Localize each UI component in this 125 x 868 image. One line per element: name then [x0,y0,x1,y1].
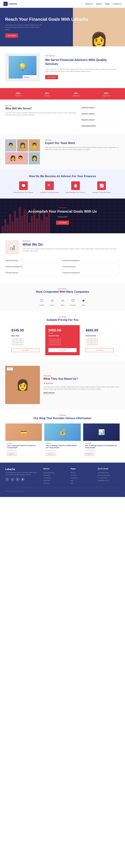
bar-9 [21,216,23,233]
blog-card-1: 💰 Finance How To Manage Finances & Build… [44,423,81,457]
testimonial-role: CEO, Finance Corp [43,394,120,395]
nav-logo[interactable]: L Labacha [3,2,17,6]
stat-number-3: 350K+ [103,91,110,95]
serve-item-0[interactable]: Business Owners → [82,105,120,111]
feature-2-3: Lorem ipsum dolor sit [86,344,114,346]
accomplish-content: Accomplish Accomplish Your Financial Goa… [28,207,97,225]
accomplish-label: Accomplish [28,207,97,209]
service-name-0-right: Investment Management [62,260,80,261]
quality-card-text: Advisory [24,78,36,79]
service-row-0-right[interactable]: Investment Management → [62,258,120,264]
quality-card-title: Financial [24,76,36,78]
footer-link-service-3[interactable]: Retirement [43,479,65,482]
quality-image-area: 💡 Financial Advisory [5,53,40,81]
nav-pages[interactable]: Pages [105,3,110,5]
blog-card-2: 📊 Investment How To Manage Finances & In… [83,423,120,457]
blog-card-0: 💳 Finance How To Manage Finances At Home… [5,423,42,457]
pricing-cta-1[interactable]: Get Started [49,348,76,352]
whatwedo-text-content: What We Do What We Do Lorem ipsum dolor … [23,240,120,254]
twitter-icon[interactable]: t [10,477,14,481]
quality-cta-button[interactable]: Learn More [45,75,58,79]
pricing-cta-2[interactable]: Get Started [86,348,114,352]
footer-link-service-1[interactable]: Investment [43,474,65,477]
blog-date-1: January 18, 2024 [46,450,79,451]
navbar: L Labacha About Us Service Pages Contact… [0,0,125,8]
team-content: Our Team Expert Our Team Work Lorem ipsu… [45,139,120,164]
logos-row: ⬡ Coinbase ◇ Diamon ▱ Flatline ⬡ Horsema… [5,297,120,306]
blog-card-title-1: How To Manage Finances & Build Wealth Fo… [46,444,79,449]
quality-card: Financial Advisory [23,75,36,79]
logo-icon: L [3,2,8,6]
serve-arrow-0: → [118,106,120,109]
how-icon-box-0: 💬 [19,181,28,190]
blog-card-title-2: How To Manage Finances & Investment For … [85,444,118,449]
serve-arrow-2: → [118,119,120,121]
blog-btn-0[interactable]: Read More [7,453,16,456]
team-label: Our Team [45,139,120,141]
blog-btn-2[interactable]: Read More [85,453,94,456]
price-plan-2: Premium Plan [86,335,114,337]
feature-2-1: Lorem ipsum dolor sit [86,340,114,342]
pricing-label: Our Pricing [5,316,120,318]
whatwedo-image-box: 📊 [5,240,19,254]
stat-item-1: 25K+ Our Team [44,91,50,96]
logo-shape-0: ⬡ [38,297,45,304]
service-arrow-0-right: → [118,259,120,262]
footer-link-pages-4[interactable]: FAQ [71,482,93,485]
footer-bottom: © 2024 Labacha. All rights reserved. [5,488,120,492]
price-period-0: /month [11,332,39,334]
service-row-2-right[interactable]: Investment Management → [62,270,120,276]
footer-link-service-2[interactable]: Tax Planning [43,477,65,479]
nav-service[interactable]: Service [96,3,102,5]
footer-link-service-0[interactable]: Financial Planning [43,471,65,474]
who-right: Business Owners → Business Owners → Busi… [82,105,120,129]
serve-item-1[interactable]: Business Owners → [82,111,120,117]
footer-copyright: © 2024 Labacha. All rights reserved. [5,491,25,492]
service-arrow-0-left: → [60,259,62,262]
service-arrow-2-left: → [60,272,62,274]
footer-link-contact-3[interactable]: info@labacha.com [98,479,120,482]
logo-label-3: Horseman [70,305,76,306]
blog-date-2: January 20, 2024 [85,450,118,451]
service-name-1-left: Investment Management [5,266,22,268]
serve-item-text-3: International Client [82,125,96,127]
footer-link-contact-1: New York, NY 10001 [98,474,120,477]
accomplish-cta-button[interactable]: Get Started [56,221,69,225]
service-row-0-left[interactable]: Financial Planning → [5,258,62,264]
service-row-1-left[interactable]: Investment Management → [5,264,62,270]
serve-item-2[interactable]: Business Owners → [82,117,120,123]
hero-cta-button[interactable]: Get Started [5,33,18,38]
nav-about[interactable]: About Us [86,3,93,5]
linkedin-icon[interactable]: in [15,477,20,481]
footer-link-pages-0[interactable]: About Us [71,471,93,474]
accomplish-subtitle: Starting $50 [28,216,97,218]
blog-section: Our Blog Our Blog That Provides Various … [0,409,125,463]
pricing-card-1: $455.99 /month Standard Plan Lorem ipsum… [45,325,80,355]
bar-2 [4,219,6,233]
footer-link-pages-1[interactable]: Our Team [71,474,93,477]
who-title: Who Will We Serve? [5,107,76,110]
footer-link-pages-3[interactable]: Blog [71,479,93,482]
footer-links-pages: About Us Our Team Contact Us Blog FAQ [71,471,93,485]
blog-category-1: Finance [46,443,79,444]
nav-contact[interactable]: Contact Us [113,3,122,5]
price-amount-2: $665.99 [86,328,114,332]
service-row-1-right[interactable]: Financial Planning → [62,264,120,270]
blog-btn-1[interactable]: Read More [46,453,55,456]
footer-link-service-4[interactable]: Insurance [43,482,65,485]
quality-inner-image: 💡 Financial Advisory [9,56,36,79]
footer-col-title-1: Pages [71,468,93,470]
logo-label-4: Sancta [82,305,85,306]
testimonial-title: What They Say About Us? [43,377,120,380]
footer-link-contact-2[interactable]: +1 234 567 890 [98,477,120,479]
footer-link-pages-2[interactable]: Contact Us [71,477,93,479]
service-row-2-left[interactable]: Financial Planning → [5,270,62,276]
youtube-icon[interactable]: ▶ [21,477,25,481]
quality-section: 💡 Financial Advisory Our Service We Serv… [0,46,125,88]
price-period-1: /month [49,332,76,334]
facebook-icon[interactable]: f [5,477,9,481]
how-item-text-1: Looking For Financial Problem [40,191,59,193]
cooperated-section: Our Partners Have Cooperated With Many C… [0,283,125,311]
pricing-cta-0[interactable]: Get Started [11,348,39,352]
serve-item-3[interactable]: International Client → [82,123,120,129]
